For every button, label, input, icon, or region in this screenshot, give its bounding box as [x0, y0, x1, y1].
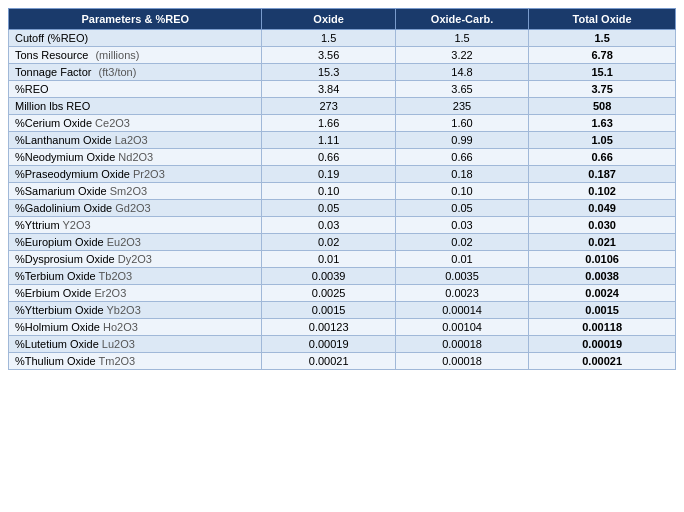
- total-value: 0.00021: [529, 353, 676, 370]
- table-row: %Cerium Oxide Ce2O31.661.601.63: [9, 115, 676, 132]
- table-row: Tons Resource (millions)3.563.226.78: [9, 47, 676, 64]
- total-value: 3.75: [529, 81, 676, 98]
- oxide-value: 15.3: [262, 64, 395, 81]
- param-cell: %Holmium Oxide Ho2O3: [9, 319, 262, 336]
- table-row: Tonnage Factor (ft3/ton)15.314.815.1: [9, 64, 676, 81]
- oxide-carb-value: 235: [395, 98, 528, 115]
- table-row: Cutoff (%REO)1.51.51.5: [9, 30, 676, 47]
- param-cell: %Ytterbium Oxide Yb2O3: [9, 302, 262, 319]
- param-name: Cutoff (%REO): [15, 32, 88, 44]
- table-row: %Europium Oxide Eu2O30.020.020.021: [9, 234, 676, 251]
- param-cell: Cutoff (%REO): [9, 30, 262, 47]
- table-row: %Lutetium Oxide Lu2O30.000190.000180.000…: [9, 336, 676, 353]
- param-unit: (millions): [88, 49, 139, 61]
- total-value: 6.78: [529, 47, 676, 64]
- param-cell: %Thulium Oxide Tm2O3: [9, 353, 262, 370]
- table-row: %Holmium Oxide Ho2O30.001230.001040.0011…: [9, 319, 676, 336]
- param-cell: %REO: [9, 81, 262, 98]
- param-name: %Erbium Oxide: [15, 287, 91, 299]
- oxide-value: 1.11: [262, 132, 395, 149]
- total-value: 1.63: [529, 115, 676, 132]
- oxide-value: 0.0039: [262, 268, 395, 285]
- oxide-value: 0.66: [262, 149, 395, 166]
- oxide-carb-value: 1.5: [395, 30, 528, 47]
- header-oxide: Oxide: [262, 9, 395, 30]
- param-cell: Tons Resource (millions): [9, 47, 262, 64]
- param-name: %Lanthanum Oxide: [15, 134, 112, 146]
- oxide-carb-value: 0.03: [395, 217, 528, 234]
- param-cell: %Terbium Oxide Tb2O3: [9, 268, 262, 285]
- param-name: %Samarium Oxide: [15, 185, 107, 197]
- oxide-value: 0.19: [262, 166, 395, 183]
- param-formula: Eu2O3: [104, 236, 141, 248]
- oxide-carb-value: 14.8: [395, 64, 528, 81]
- param-formula: Nd2O3: [115, 151, 153, 163]
- oxide-carb-value: 1.60: [395, 115, 528, 132]
- param-formula: La2O3: [112, 134, 148, 146]
- total-value: 0.0038: [529, 268, 676, 285]
- param-formula: Pr2O3: [130, 168, 165, 180]
- oxide-value: 0.03: [262, 217, 395, 234]
- param-cell: %Lanthanum Oxide La2O3: [9, 132, 262, 149]
- oxide-carb-value: 0.99: [395, 132, 528, 149]
- total-value: 1.5: [529, 30, 676, 47]
- table-row: %Yttrium Y2O30.030.030.030: [9, 217, 676, 234]
- param-formula: Dy2O3: [115, 253, 152, 265]
- param-cell: Million lbs REO: [9, 98, 262, 115]
- total-value: 0.0106: [529, 251, 676, 268]
- oxide-value: 1.66: [262, 115, 395, 132]
- param-formula: Tm2O3: [96, 355, 136, 367]
- table-row: %Praseodymium Oxide Pr2O30.190.180.187: [9, 166, 676, 183]
- param-cell: %Neodymium Oxide Nd2O3: [9, 149, 262, 166]
- header-oxide-carb: Oxide-Carb.: [395, 9, 528, 30]
- param-name: %Holmium Oxide: [15, 321, 100, 333]
- table-row: %Samarium Oxide Sm2O30.100.100.102: [9, 183, 676, 200]
- header-total: Total Oxide: [529, 9, 676, 30]
- param-name: %Thulium Oxide: [15, 355, 96, 367]
- oxide-carb-value: 0.0035: [395, 268, 528, 285]
- oxide-carb-value: 0.10: [395, 183, 528, 200]
- total-value: 0.102: [529, 183, 676, 200]
- oxide-value: 1.5: [262, 30, 395, 47]
- param-formula: Lu2O3: [99, 338, 135, 350]
- total-value: 508: [529, 98, 676, 115]
- oxide-value: 0.0025: [262, 285, 395, 302]
- oxide-value: 0.10: [262, 183, 395, 200]
- table-row: %Lanthanum Oxide La2O31.110.991.05: [9, 132, 676, 149]
- total-value: 15.1: [529, 64, 676, 81]
- param-cell: Tonnage Factor (ft3/ton): [9, 64, 262, 81]
- total-value: 0.049: [529, 200, 676, 217]
- total-value: 0.030: [529, 217, 676, 234]
- table-row: %Thulium Oxide Tm2O30.000210.000180.0002…: [9, 353, 676, 370]
- param-name: %Gadolinium Oxide: [15, 202, 112, 214]
- oxide-value: 0.02: [262, 234, 395, 251]
- table-row: %Ytterbium Oxide Yb2O30.00150.000140.001…: [9, 302, 676, 319]
- param-unit: (ft3/ton): [91, 66, 136, 78]
- oxide-carb-value: 0.00104: [395, 319, 528, 336]
- param-cell: %Dysprosium Oxide Dy2O3: [9, 251, 262, 268]
- total-value: 1.05: [529, 132, 676, 149]
- oxide-value: 0.00123: [262, 319, 395, 336]
- param-name: %Cerium Oxide: [15, 117, 92, 129]
- total-value: 0.00118: [529, 319, 676, 336]
- param-name: %Ytterbium Oxide: [15, 304, 104, 316]
- table-row: %Terbium Oxide Tb2O30.00390.00350.0038: [9, 268, 676, 285]
- param-name: %Praseodymium Oxide: [15, 168, 130, 180]
- oxide-value: 273: [262, 98, 395, 115]
- param-formula: Gd2O3: [112, 202, 151, 214]
- oxide-carb-value: 0.66: [395, 149, 528, 166]
- table-row: %REO3.843.653.75: [9, 81, 676, 98]
- param-formula: Y2O3: [60, 219, 91, 231]
- param-cell: %Samarium Oxide Sm2O3: [9, 183, 262, 200]
- param-formula: Yb2O3: [104, 304, 141, 316]
- param-name: %REO: [15, 83, 49, 95]
- oxide-value: 0.00021: [262, 353, 395, 370]
- oxide-carb-value: 3.22: [395, 47, 528, 64]
- oxide-carb-value: 0.0023: [395, 285, 528, 302]
- param-cell: %Yttrium Y2O3: [9, 217, 262, 234]
- param-cell: %Europium Oxide Eu2O3: [9, 234, 262, 251]
- oxide-value: 3.84: [262, 81, 395, 98]
- param-name: %Dysprosium Oxide: [15, 253, 115, 265]
- total-value: 0.021: [529, 234, 676, 251]
- param-name: %Neodymium Oxide: [15, 151, 115, 163]
